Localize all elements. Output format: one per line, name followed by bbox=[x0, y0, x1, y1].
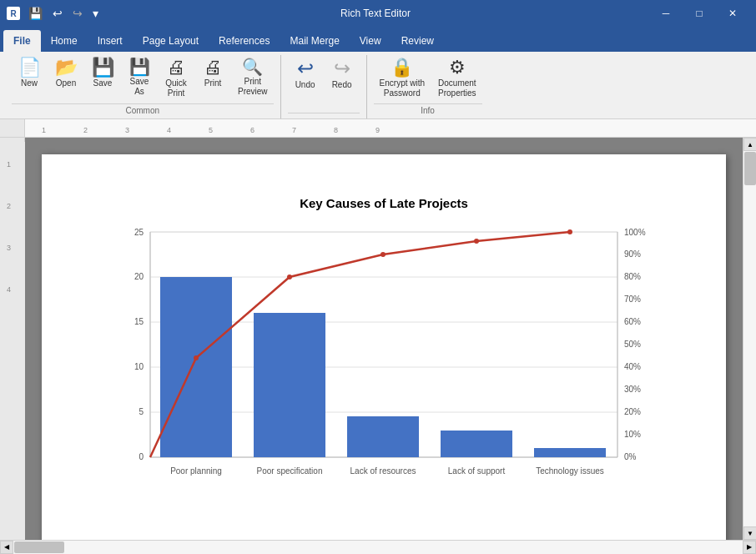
svg-text:0: 0 bbox=[139, 452, 144, 461]
menu-review[interactable]: Review bbox=[391, 30, 444, 52]
bar-poor-specification bbox=[254, 313, 325, 457]
svg-rect-10 bbox=[0, 142, 25, 540]
svg-text:2: 2 bbox=[83, 126, 88, 134]
svg-text:0%: 0% bbox=[624, 452, 637, 461]
scroll-track-v[interactable] bbox=[743, 151, 756, 526]
encrypt-password-button[interactable]: 🔒 Encrypt withPassword bbox=[374, 55, 431, 102]
undo-icon: ↩ bbox=[297, 58, 314, 78]
quick-print-label: QuickPrint bbox=[165, 78, 187, 98]
main-area: 1 2 3 4 Key Causes of Late Projects bbox=[0, 138, 756, 540]
scroll-right-button[interactable]: ▶ bbox=[743, 541, 756, 554]
quick-undo-button[interactable]: ↩ bbox=[49, 5, 66, 22]
svg-text:8: 8 bbox=[334, 126, 338, 134]
save-as-button[interactable]: 💾 SaveAs bbox=[122, 55, 157, 102]
svg-text:1: 1 bbox=[42, 126, 46, 134]
svg-text:7: 7 bbox=[292, 126, 296, 134]
info-buttons: 🔒 Encrypt withPassword ⚙ DocumentPropert… bbox=[374, 55, 482, 102]
svg-text:70%: 70% bbox=[624, 295, 641, 304]
x-label-poor-planning: Poor planning bbox=[170, 466, 222, 476]
svg-text:5: 5 bbox=[139, 407, 144, 416]
save-as-label: SaveAs bbox=[130, 77, 149, 97]
scroll-left-button[interactable]: ◀ bbox=[0, 541, 13, 554]
pareto-dot-2 bbox=[287, 274, 292, 280]
print-preview-label: PrintPreview bbox=[238, 77, 268, 97]
scroll-thumb-v[interactable] bbox=[744, 152, 756, 185]
save-as-icon: 💾 bbox=[129, 58, 150, 75]
title-bar: R 💾 ↩ ↪ ▾ Rich Text Editor ─ □ ✕ bbox=[0, 0, 756, 27]
svg-text:1: 1 bbox=[7, 160, 11, 169]
svg-text:60%: 60% bbox=[624, 317, 641, 326]
bar-lack-resources bbox=[347, 416, 419, 457]
menu-file[interactable]: File bbox=[3, 30, 41, 52]
svg-text:2: 2 bbox=[7, 202, 11, 210]
quick-access-toolbar: 💾 ↩ ↪ ▾ bbox=[25, 5, 102, 22]
menu-insert[interactable]: Insert bbox=[88, 30, 133, 52]
svg-text:80%: 80% bbox=[624, 272, 641, 281]
redo-icon: ↪ bbox=[334, 58, 350, 78]
open-button[interactable]: 📂 Open bbox=[48, 55, 83, 102]
document-properties-label: DocumentProperties bbox=[438, 78, 476, 98]
encrypt-icon: 🔒 bbox=[391, 58, 413, 77]
print-label: Print bbox=[204, 78, 222, 88]
window-controls: ─ □ ✕ bbox=[649, 0, 749, 27]
quick-print-button[interactable]: 🖨 QuickPrint bbox=[159, 55, 194, 102]
quick-redo-button[interactable]: ↪ bbox=[69, 5, 86, 22]
document-properties-button[interactable]: ⚙ DocumentProperties bbox=[432, 55, 482, 102]
new-label: New bbox=[21, 78, 38, 88]
svg-text:40%: 40% bbox=[624, 362, 641, 371]
quick-save-button[interactable]: 💾 bbox=[25, 5, 46, 22]
save-label: Save bbox=[93, 78, 113, 88]
common-group-label: Common bbox=[12, 103, 274, 115]
maximize-button[interactable]: □ bbox=[683, 0, 716, 27]
menu-home[interactable]: Home bbox=[41, 30, 88, 52]
svg-text:6: 6 bbox=[250, 126, 255, 134]
title-bar-left: R 💾 ↩ ↪ ▾ bbox=[7, 5, 102, 22]
x-label-lack-support: Lack of support bbox=[448, 466, 506, 476]
menu-page-layout[interactable]: Page Layout bbox=[133, 30, 209, 52]
redo-button[interactable]: ↪ Redo bbox=[325, 55, 360, 111]
new-button[interactable]: 📄 New bbox=[12, 55, 47, 102]
pareto-chart: 0 5 10 15 20 25 0% 10% 20% 30% 40% 50% 6… bbox=[108, 224, 659, 491]
svg-text:9: 9 bbox=[375, 126, 380, 134]
minimize-button[interactable]: ─ bbox=[649, 0, 683, 27]
svg-text:25: 25 bbox=[134, 228, 144, 237]
scroll-down-button[interactable]: ▼ bbox=[743, 526, 756, 540]
menu-view[interactable]: View bbox=[350, 30, 391, 52]
undo-label: Undo bbox=[295, 80, 315, 90]
menu-mail-merge[interactable]: Mail Merge bbox=[280, 30, 349, 52]
quick-access-dropdown[interactable]: ▾ bbox=[89, 5, 102, 22]
document-page: Key Causes of Late Projects 0 bbox=[42, 154, 726, 540]
scroll-track-h[interactable] bbox=[13, 541, 743, 554]
print-preview-icon: 🔍 bbox=[242, 58, 263, 75]
x-label-poor-spec: Poor specification bbox=[257, 466, 323, 476]
ribbon-group-info: 🔒 Encrypt withPassword ⚙ DocumentPropert… bbox=[367, 55, 489, 118]
pareto-dot-5 bbox=[567, 229, 572, 234]
scroll-up-button[interactable]: ▲ bbox=[743, 138, 756, 151]
menu-references[interactable]: References bbox=[209, 30, 280, 52]
ribbon: 📄 New 📂 Open 💾 Save 💾 SaveAs 🖨 QuickPrin… bbox=[0, 52, 756, 119]
ruler-corner bbox=[0, 119, 25, 137]
undo-button[interactable]: ↩ Undo bbox=[288, 55, 323, 111]
quick-print-icon: 🖨 bbox=[167, 58, 185, 77]
common-buttons: 📄 New 📂 Open 💾 Save 💾 SaveAs 🖨 QuickPrin… bbox=[12, 55, 274, 102]
x-label-lack-resources: Lack of resources bbox=[350, 466, 416, 476]
info-group-label: Info bbox=[374, 103, 482, 115]
chart-container: Key Causes of Late Projects 0 bbox=[67, 179, 701, 516]
scroll-thumb-h[interactable] bbox=[14, 541, 64, 553]
svg-text:30%: 30% bbox=[624, 385, 641, 394]
svg-text:4: 4 bbox=[167, 126, 171, 134]
svg-text:20%: 20% bbox=[624, 407, 641, 416]
svg-text:10%: 10% bbox=[624, 430, 641, 439]
pareto-dot-4 bbox=[474, 239, 479, 244]
svg-rect-0 bbox=[25, 119, 756, 137]
svg-text:20: 20 bbox=[134, 272, 144, 281]
svg-text:5: 5 bbox=[209, 126, 213, 134]
horizontal-ruler: 12 34 56 78 9 bbox=[25, 119, 756, 137]
chart-title: Key Causes of Late Projects bbox=[75, 196, 693, 210]
print-button[interactable]: 🖨 Print bbox=[195, 55, 230, 102]
save-icon: 💾 bbox=[92, 58, 114, 77]
print-preview-button[interactable]: 🔍 PrintPreview bbox=[232, 55, 274, 102]
save-button[interactable]: 💾 Save bbox=[85, 55, 120, 102]
pareto-dot-1 bbox=[194, 355, 199, 360]
close-button[interactable]: ✕ bbox=[716, 0, 749, 27]
